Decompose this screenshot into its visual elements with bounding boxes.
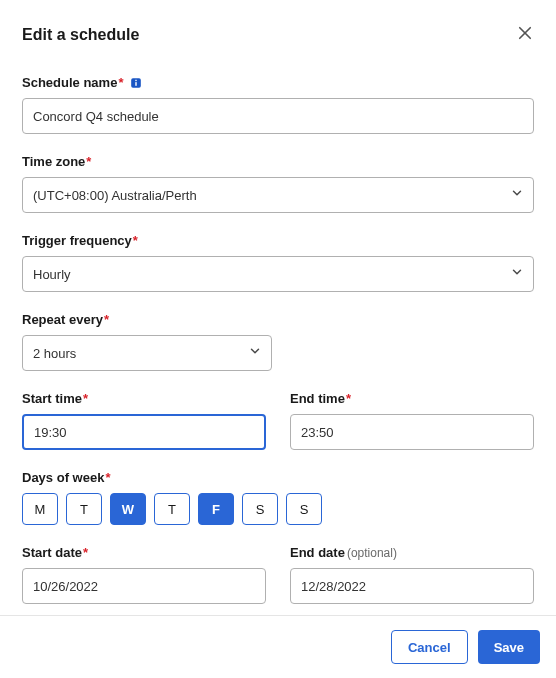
start-time-input[interactable]	[22, 414, 266, 450]
end-date-field: End date (optional)	[290, 543, 534, 604]
trigger-frequency-field: Trigger frequency* Hourly	[22, 231, 534, 292]
start-date-label: Start date*	[22, 545, 88, 560]
start-date-field: Start date*	[22, 543, 266, 604]
days-of-week-label: Days of week*	[22, 470, 110, 485]
required-marker: *	[83, 391, 88, 406]
edit-schedule-dialog: Edit a schedule Schedule name* Time zone…	[0, 0, 556, 678]
required-marker: *	[104, 312, 109, 327]
svg-rect-4	[136, 79, 137, 80]
time-row: Start time* End time*	[22, 389, 534, 468]
dialog-content: Schedule name* Time zone* (UTC+08:00) Au…	[0, 51, 556, 615]
end-time-input[interactable]	[290, 414, 534, 450]
day-thursday[interactable]: T	[154, 493, 190, 525]
time-zone-select-wrap: (UTC+08:00) Australia/Perth	[22, 177, 534, 213]
repeat-every-field: Repeat every* 2 hours	[22, 310, 534, 371]
cancel-button[interactable]: Cancel	[391, 630, 468, 664]
close-button[interactable]	[510, 18, 540, 51]
start-date-input[interactable]	[22, 568, 266, 604]
end-date-input[interactable]	[290, 568, 534, 604]
required-marker: *	[86, 154, 91, 169]
end-time-label: End time*	[290, 391, 351, 406]
trigger-frequency-label: Trigger frequency*	[22, 233, 138, 248]
repeat-every-select-wrap: 2 hours	[22, 335, 272, 371]
label-text: Start time	[22, 391, 82, 406]
time-zone-label: Time zone*	[22, 154, 91, 169]
required-marker: *	[83, 545, 88, 560]
day-monday[interactable]: M	[22, 493, 58, 525]
label-text: Start date	[22, 545, 82, 560]
day-wednesday[interactable]: W	[110, 493, 146, 525]
required-marker: *	[133, 233, 138, 248]
label-text: End date	[290, 545, 345, 560]
save-button[interactable]: Save	[478, 630, 540, 664]
trigger-frequency-select-wrap: Hourly	[22, 256, 534, 292]
svg-rect-3	[136, 82, 137, 86]
label-text: Time zone	[22, 154, 85, 169]
time-zone-select[interactable]: (UTC+08:00) Australia/Perth	[22, 177, 534, 213]
trigger-frequency-select[interactable]: Hourly	[22, 256, 534, 292]
time-zone-field: Time zone* (UTC+08:00) Australia/Perth	[22, 152, 534, 213]
required-marker: *	[105, 470, 110, 485]
start-time-label: Start time*	[22, 391, 88, 406]
label-text: Days of week	[22, 470, 104, 485]
schedule-name-label: Schedule name*	[22, 75, 143, 90]
dialog-title: Edit a schedule	[22, 26, 139, 44]
day-saturday[interactable]: S	[242, 493, 278, 525]
dialog-header: Edit a schedule	[0, 0, 556, 51]
end-date-label: End date (optional)	[290, 545, 397, 560]
date-row: Start date* End date (optional)	[22, 543, 534, 615]
required-marker: *	[118, 75, 123, 90]
required-marker: *	[346, 391, 351, 406]
day-tuesday[interactable]: T	[66, 493, 102, 525]
days-of-week-field: Days of week* M T W T F S S	[22, 468, 534, 525]
days-row: M T W T F S S	[22, 493, 534, 525]
end-time-field: End time*	[290, 389, 534, 450]
repeat-every-select[interactable]: 2 hours	[22, 335, 272, 371]
info-icon[interactable]	[129, 76, 143, 90]
day-friday[interactable]: F	[198, 493, 234, 525]
label-text: End time	[290, 391, 345, 406]
close-icon	[516, 24, 534, 45]
dialog-footer: Cancel Save	[0, 615, 556, 678]
label-text: Schedule name	[22, 75, 117, 90]
label-text: Repeat every	[22, 312, 103, 327]
schedule-name-field: Schedule name*	[22, 73, 534, 134]
repeat-every-label: Repeat every*	[22, 312, 109, 327]
schedule-name-input[interactable]	[22, 98, 534, 134]
start-time-field: Start time*	[22, 389, 266, 450]
label-text: Trigger frequency	[22, 233, 132, 248]
optional-text: (optional)	[347, 546, 397, 560]
day-sunday[interactable]: S	[286, 493, 322, 525]
